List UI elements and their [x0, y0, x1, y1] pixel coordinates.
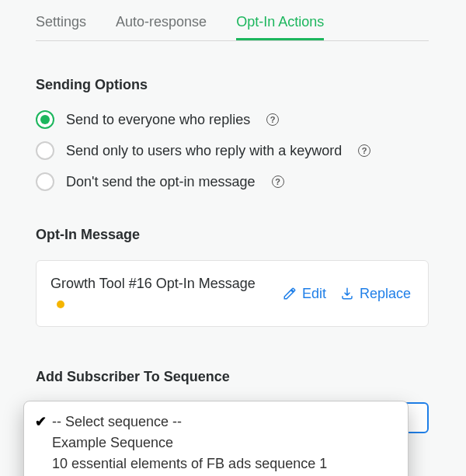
dropdown-item-label: 10 essential elements of FB ads sequence… [52, 456, 327, 472]
sending-option-1[interactable]: Send only to users who reply with a keyw… [36, 141, 429, 160]
sending-option-0[interactable]: Send to everyone who replies ? [36, 110, 429, 129]
radio-label: Don't send the opt-in message [66, 174, 256, 190]
sequence-select-wrap: ✔ -- Select sequence -- Example Sequence… [36, 402, 429, 433]
edit-button[interactable]: Edit [283, 286, 326, 302]
radio-input[interactable] [36, 141, 54, 160]
radio-label: Send only to users who reply with a keyw… [66, 143, 342, 159]
tabs-bar: Settings Auto-response Opt-In Actions [36, 0, 429, 41]
tab-auto-response[interactable]: Auto-response [116, 14, 207, 40]
sending-option-2[interactable]: Don't send the opt-in message ? [36, 172, 429, 191]
dropdown-item-label: Example Sequence [52, 435, 173, 451]
opt-in-message-card: Growth Tool #16 Opt-In Message Edit Repl… [36, 260, 429, 327]
sending-options-title: Sending Options [36, 77, 429, 93]
download-icon [340, 287, 354, 301]
radio-input[interactable] [36, 110, 54, 129]
radio-label: Send to everyone who replies [66, 112, 250, 128]
help-icon[interactable]: ? [266, 113, 279, 126]
status-dot-icon [57, 301, 64, 308]
dropdown-item-label: -- Select sequence -- [52, 414, 182, 430]
help-icon[interactable]: ? [358, 144, 370, 157]
dropdown-item-0[interactable]: ✔ -- Select sequence -- [24, 411, 408, 433]
pencil-icon [283, 287, 297, 301]
sequence-dropdown: ✔ -- Select sequence -- Example Sequence… [23, 401, 409, 476]
replace-label: Replace [360, 286, 411, 302]
opt-in-message-title: Opt-In Message [36, 227, 429, 243]
dropdown-item-2[interactable]: 10 essential elements of FB ads sequence… [24, 453, 408, 474]
check-icon: ✔ [35, 413, 52, 430]
tab-opt-in-actions[interactable]: Opt-In Actions [236, 14, 324, 40]
radio-input[interactable] [36, 172, 54, 191]
opt-in-message-name: Growth Tool #16 Opt-In Message [50, 273, 269, 314]
opt-in-message-name-text: Growth Tool #16 Opt-In Message [50, 276, 256, 291]
replace-button[interactable]: Replace [340, 286, 411, 302]
edit-label: Edit [302, 286, 326, 302]
add-subscriber-title: Add Subscriber To Sequence [36, 369, 429, 385]
tab-settings[interactable]: Settings [36, 14, 86, 40]
dropdown-item-1[interactable]: Example Sequence [24, 433, 408, 453]
help-icon[interactable]: ? [272, 175, 284, 188]
